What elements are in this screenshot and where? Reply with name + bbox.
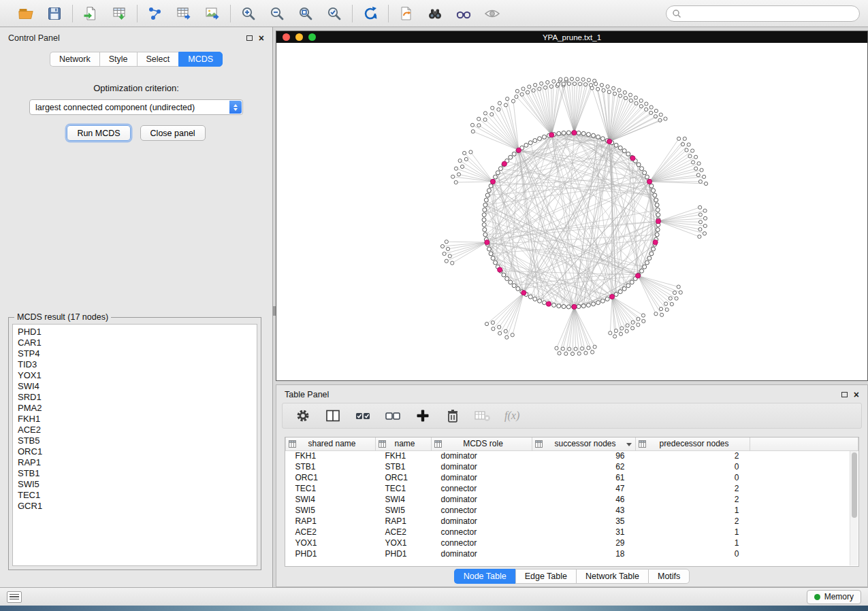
column-header-name[interactable]: name: [376, 437, 432, 450]
table-row[interactable]: SWI4SWI4dominator462: [286, 494, 858, 505]
tab-mcds[interactable]: MCDS: [178, 52, 223, 67]
float-panel-icon[interactable]: [246, 35, 253, 41]
unselect-all-icon[interactable]: [385, 408, 401, 424]
run-mcds-button[interactable]: Run MCDS: [67, 125, 130, 141]
table-row[interactable]: ORC1ORC1dominator610: [286, 472, 858, 483]
open-folder-icon[interactable]: [16, 5, 35, 22]
column-header-shared-name[interactable]: shared name: [286, 437, 376, 450]
table-row[interactable]: RAP1RAP1dominator352: [286, 516, 858, 527]
select-all-icon[interactable]: [355, 408, 371, 424]
criterion-dropdown[interactable]: largest connected component (undirected): [29, 99, 243, 115]
mcds-result-node[interactable]: ACE2: [18, 425, 252, 435]
minimize-window-icon[interactable]: [295, 33, 303, 41]
export-table-icon[interactable]: [174, 5, 193, 22]
search-field[interactable]: [666, 5, 860, 22]
save-icon[interactable]: [45, 5, 64, 22]
mcds-result-node[interactable]: SWI4: [18, 381, 252, 392]
mcds-result-node[interactable]: PMA2: [18, 403, 252, 414]
import-table-icon[interactable]: [110, 5, 129, 22]
column-sort-caret-icon[interactable]: [626, 443, 632, 446]
status-bar: Memory: [0, 587, 868, 606]
search-icon: [672, 9, 681, 18]
table-row[interactable]: TEC1TEC1connector472: [286, 483, 858, 494]
close-panel-icon[interactable]: ×: [259, 35, 264, 42]
control-panel-tabs: NetworkStyleSelectMCDS: [0, 52, 272, 67]
table-row[interactable]: YOX1YOX1connector291: [286, 538, 858, 548]
close-window-icon[interactable]: [283, 33, 290, 41]
mcds-result-list[interactable]: PHD1CAR1STP4TID3YOX1SWI4SRD1PMA2FKH1ACE2…: [12, 324, 257, 566]
tab-node-table[interactable]: Node Table: [454, 569, 515, 584]
function-builder-icon: f(x): [504, 408, 519, 424]
mcds-result-node[interactable]: STB1: [18, 468, 252, 479]
tab-network[interactable]: Network: [50, 52, 99, 67]
mcds-result-node[interactable]: STP4: [18, 348, 252, 359]
zoom-selected-icon[interactable]: [325, 5, 344, 22]
main-toolbar: [0, 0, 868, 27]
mcds-result-node[interactable]: SWI5: [18, 479, 252, 490]
float-table-panel-icon[interactable]: [841, 392, 848, 397]
tab-edge-table[interactable]: Edge Table: [515, 569, 576, 584]
mcds-result-node[interactable]: SRD1: [18, 392, 252, 403]
column-header-successor-nodes[interactable]: successor nodes: [532, 437, 636, 450]
column-header-mcds-role[interactable]: MCDS role: [432, 437, 532, 450]
zoom-fit-icon[interactable]: [296, 5, 315, 22]
table-panel-tabs: Node TableEdge TableNetwork TableMotifs: [276, 569, 867, 584]
mcds-result-node[interactable]: RAP1: [18, 457, 252, 468]
mcds-result-node[interactable]: TID3: [18, 359, 252, 370]
export-image-icon[interactable]: [203, 5, 222, 22]
zoom-in-icon[interactable]: [239, 5, 258, 22]
table-panel-title: Table Panel: [285, 390, 329, 399]
export-network-icon[interactable]: [146, 5, 165, 22]
network-window-titlebar[interactable]: YPA_prune.txt_1: [276, 31, 867, 43]
mcds-result-node[interactable]: FKH1: [18, 414, 252, 425]
table-panel: Table Panel ×: [276, 384, 868, 587]
refresh-icon[interactable]: [361, 5, 380, 22]
eye-icon[interactable]: [483, 5, 502, 22]
network-view[interactable]: [276, 43, 867, 380]
mcds-result-node[interactable]: YOX1: [18, 370, 252, 381]
sort-grid-icon: [379, 440, 386, 450]
dropdown-stepper-icon: [229, 101, 242, 114]
table-row[interactable]: STB1STB1dominator620: [286, 461, 858, 472]
memory-button[interactable]: Memory: [807, 590, 861, 604]
delete-table-icon-disabled: [475, 408, 491, 424]
binoculars-icon[interactable]: [425, 5, 445, 22]
close-table-panel-icon[interactable]: ×: [854, 391, 859, 398]
mcds-result-node[interactable]: TEC1: [18, 490, 252, 501]
mcds-result-node[interactable]: GCR1: [18, 501, 252, 512]
search-input[interactable]: [685, 9, 854, 18]
zoom-out-icon[interactable]: [268, 5, 287, 22]
mcds-result-node[interactable]: ORC1: [18, 446, 252, 457]
table-row[interactable]: ACE2ACE2connector311: [286, 527, 858, 538]
tab-select[interactable]: Select: [137, 52, 179, 67]
table-row[interactable]: FKH1FKH1dominator962: [286, 450, 858, 461]
table-settings-gear-icon[interactable]: [295, 408, 311, 424]
panel-menu-icon[interactable]: [7, 591, 22, 603]
share-document-icon[interactable]: [397, 5, 416, 22]
hide-glasses-icon[interactable]: [454, 5, 473, 22]
mcds-result-node[interactable]: STB5: [18, 435, 252, 446]
show-columns-icon[interactable]: [325, 408, 341, 424]
mcds-result-node[interactable]: CAR1: [18, 337, 252, 348]
memory-status-icon: [814, 594, 820, 600]
add-column-icon[interactable]: [415, 408, 431, 424]
table-scrollbar[interactable]: [850, 451, 858, 565]
tab-motifs[interactable]: Motifs: [648, 569, 690, 584]
delete-column-icon[interactable]: [445, 408, 461, 424]
close-panel-button[interactable]: Close panel: [140, 125, 206, 141]
sort-grid-icon: [639, 440, 646, 450]
tab-network-table[interactable]: Network Table: [576, 569, 648, 584]
desktop-wallpaper: [0, 606, 868, 611]
mcds-result-node[interactable]: PHD1: [18, 327, 252, 337]
sort-grid-icon: [289, 440, 296, 450]
table-row[interactable]: SWI5SWI5connector431: [286, 505, 858, 516]
sort-grid-icon: [535, 440, 543, 450]
import-network-icon[interactable]: [81, 5, 100, 22]
table-scrollbar-thumb[interactable]: [852, 452, 857, 518]
maximize-window-icon[interactable]: [308, 33, 316, 41]
table-row[interactable]: PHD1PHD1dominator180: [286, 548, 858, 559]
tab-style[interactable]: Style: [99, 52, 137, 67]
column-header-predecessor-nodes[interactable]: predecessor nodes: [636, 437, 750, 450]
control-panel-title: Control Panel: [8, 33, 60, 43]
mcds-result-title: MCDS result (17 nodes): [14, 312, 111, 322]
